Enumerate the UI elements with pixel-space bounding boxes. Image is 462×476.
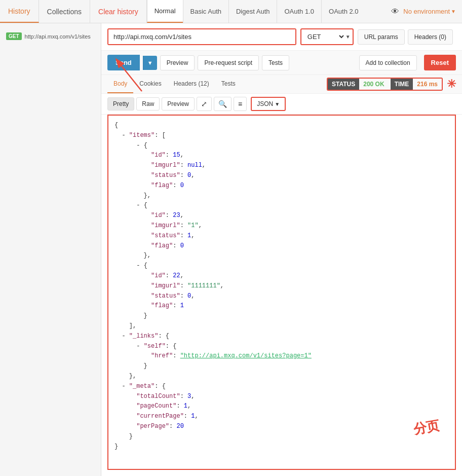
tests-button[interactable]: Tests — [262, 55, 289, 70]
response-tab-tests[interactable]: Tests — [215, 75, 242, 93]
tab-clear-history[interactable]: Clear history — [90, 0, 147, 23]
url-input[interactable] — [108, 29, 295, 44]
fullscreen-icon[interactable]: ⤢ — [197, 97, 212, 111]
tab-collections[interactable]: Collections — [39, 0, 90, 23]
preview-view-button[interactable]: Preview — [162, 97, 195, 111]
preview-button[interactable]: Preview — [160, 55, 195, 70]
json-dropdown[interactable]: JSON ▼ — [251, 97, 286, 111]
response-tabs-row: Body Cookies Headers (12) Tests STATUS 2… — [101, 75, 462, 94]
method-dropdown-icon: ▼ — [345, 34, 351, 40]
tab-oauth1[interactable]: OAuth 1.0 — [277, 0, 321, 23]
status-value: 200 OK — [359, 79, 388, 90]
response-area: Body Cookies Headers (12) Tests STATUS 2… — [101, 75, 462, 476]
json-dropdown-icon: ▼ — [275, 101, 280, 107]
time-label: TIME — [391, 79, 413, 90]
top-bar: History Collections Clear history Normal… — [0, 0, 462, 23]
indent-icon[interactable]: ≡ — [234, 97, 247, 111]
tab-digest-auth[interactable]: Digest Auth — [228, 0, 277, 23]
send-row: Send ▼ Preview Pre-request script Tests … — [101, 51, 462, 75]
url-input-wrapper — [107, 28, 296, 45]
response-tab-cookies[interactable]: Cookies — [133, 75, 167, 93]
tab-basic-auth[interactable]: Basic Auth — [183, 0, 228, 23]
tab-normal[interactable]: Normal — [147, 0, 183, 23]
get-badge: GET — [6, 32, 22, 40]
status-badge-group: STATUS 200 OK TIME 216 ms — [327, 78, 443, 91]
reset-button[interactable]: Reset — [424, 55, 456, 70]
response-tab-headers[interactable]: Headers (12) — [168, 75, 215, 93]
raw-button[interactable]: Raw — [136, 97, 160, 111]
tab-oauth2[interactable]: OAuth 2.0 — [321, 0, 366, 23]
env-arrow-icon: ▼ — [451, 9, 456, 14]
url-bar-row: GET POST PUT DELETE ▼ URL params Headers… — [101, 23, 462, 51]
main-layout: GET http://api.mxq.com/v1/sites GET POST… — [0, 23, 462, 476]
add-collection-button[interactable]: Add to collection — [359, 55, 417, 70]
response-tab-body[interactable]: Body — [107, 75, 133, 93]
headers-button[interactable]: Headers (0) — [408, 29, 453, 45]
method-tabs: Normal Basic Auth Digest Auth OAuth 1.0 … — [147, 0, 366, 23]
no-environment[interactable]: No environment — [403, 8, 450, 15]
url-params-button[interactable]: URL params — [358, 29, 405, 45]
sidebar: GET http://api.mxq.com/v1/sites — [0, 23, 101, 476]
asterisk-annotation: ✳ — [447, 78, 456, 91]
sidebar-history-item[interactable]: GET http://api.mxq.com/v1/sites — [0, 28, 101, 44]
pretty-button[interactable]: Pretty — [107, 97, 134, 111]
method-select-wrapper: GET POST PUT DELETE ▼ — [300, 28, 354, 45]
send-button[interactable]: Send — [107, 55, 140, 70]
status-label: STATUS — [328, 79, 359, 90]
search-icon[interactable]: 🔍 — [214, 97, 232, 111]
method-select[interactable]: GET POST PUT DELETE — [301, 29, 345, 44]
main-content: GET POST PUT DELETE ▼ URL params Headers… — [101, 23, 462, 476]
time-value: 216 ms — [413, 79, 442, 90]
pre-request-button[interactable]: Pre-request script — [198, 55, 259, 70]
view-options-row: Pretty Raw Preview ⤢ 🔍 ≡ JSON ▼ — [101, 94, 462, 115]
eye-icon: 👁 — [391, 7, 399, 16]
send-dropdown-button[interactable]: ▼ — [143, 56, 157, 70]
json-body: { - "items": [ - { "id": 15, "imgurl": n… — [107, 115, 456, 470]
sidebar-url: http://api.mxq.com/v1/sites — [25, 33, 91, 40]
tab-history[interactable]: History — [0, 0, 39, 23]
env-section: 👁 No environment ▼ — [385, 7, 462, 16]
